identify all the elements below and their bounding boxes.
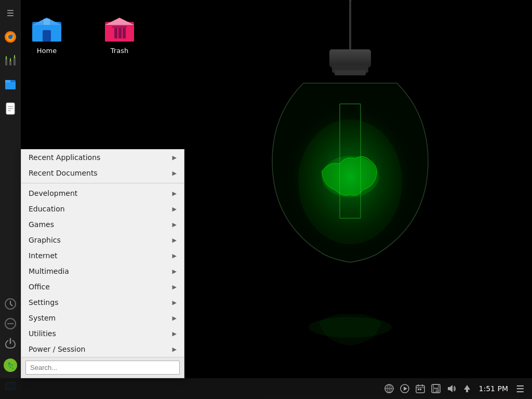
bottom-taskbar: 1:51 PM ☰ (0, 378, 532, 399)
menu-item-system[interactable]: System ▶ (21, 310, 184, 326)
updates-tray-icon[interactable] (461, 383, 473, 394)
firefox-taskbar-icon[interactable] (2, 28, 19, 46)
submenu-arrow: ▶ (172, 252, 177, 259)
mixer-taskbar-icon[interactable] (2, 52, 19, 70)
svg-rect-60 (433, 384, 438, 388)
menu-item-settings[interactable]: Settings ▶ (21, 295, 184, 310)
svg-rect-31 (14, 57, 16, 65)
svg-rect-65 (466, 390, 468, 392)
svg-rect-20 (114, 28, 117, 38)
menu-item-label: Recent Applications (29, 153, 100, 162)
submenu-arrow: ▶ (172, 221, 177, 228)
blocked-taskbar-icon[interactable] (2, 315, 19, 332)
svg-rect-21 (118, 28, 122, 38)
menu-item-label: Multimedia (29, 267, 69, 275)
svg-rect-27 (5, 58, 7, 65)
menu-item-label: Education (29, 205, 65, 213)
menu-item-label: System (29, 314, 56, 322)
calendar-tray-icon[interactable] (415, 383, 426, 394)
svg-rect-2 (329, 49, 371, 68)
left-taskbar: ☰ (0, 0, 21, 399)
menu-item-power-session[interactable]: Power / Session ▶ (21, 341, 184, 357)
svg-rect-17 (44, 19, 50, 25)
taskbar-menu-button[interactable]: ☰ (512, 378, 528, 399)
svg-rect-58 (420, 389, 421, 390)
svg-point-26 (8, 35, 12, 39)
menu-item-utilities[interactable]: Utilities ▶ (21, 326, 184, 341)
menu-item-education[interactable]: Education ▶ (21, 201, 184, 217)
submenu-arrow: ▶ (172, 346, 177, 353)
menu-item-games[interactable]: Games ▶ (21, 217, 184, 232)
svg-text:🦎: 🦎 (7, 362, 15, 369)
trash-folder-icon (103, 10, 136, 44)
svg-rect-16 (43, 30, 51, 42)
media-tray-icon[interactable] (399, 383, 410, 394)
svg-rect-35 (5, 80, 10, 83)
submenu-arrow: ▶ (172, 154, 177, 161)
wallpaper (168, 0, 532, 399)
submenu-arrow: ▶ (172, 284, 177, 290)
menu-item-label: Internet (29, 251, 58, 260)
taskbar-right: 1:51 PM ☰ (383, 378, 532, 399)
submenu-arrow: ▶ (172, 170, 177, 177)
svg-rect-34 (5, 82, 16, 89)
menu-item-development[interactable]: Development ▶ (21, 185, 184, 201)
menu-item-multimedia[interactable]: Multimedia ▶ (21, 263, 184, 279)
disk-tray-icon[interactable] (430, 383, 442, 394)
svg-rect-32 (14, 55, 15, 58)
svg-marker-64 (464, 385, 470, 390)
menu-item-recent-documents[interactable]: Recent Documents ▶ (21, 165, 184, 181)
menu-button[interactable]: ☰ (2, 4, 19, 22)
menu-item-office[interactable]: Office ▶ (21, 279, 184, 295)
document-taskbar-icon[interactable] (2, 100, 19, 117)
svg-rect-22 (123, 28, 126, 38)
svg-marker-63 (448, 385, 453, 392)
menu-item-internet[interactable]: Internet ▶ (21, 248, 184, 263)
desktop-icons: Home Trash (26, 10, 140, 55)
menu-item-label: Power / Session (29, 345, 85, 353)
home-icon-label: Home (37, 47, 57, 55)
files-taskbar-icon[interactable] (2, 76, 19, 94)
menu-item-label: Settings (29, 298, 58, 307)
network-tray-icon[interactable] (383, 383, 395, 394)
app-menu: Recent Applications ▶ Recent Documents ▶… (21, 149, 184, 378)
svg-rect-23 (112, 26, 127, 28)
home-folder-icon (30, 10, 63, 44)
search-container (21, 357, 184, 378)
desktop-icon-trash[interactable]: Trash (99, 10, 140, 55)
menu-item-label: Utilities (29, 329, 56, 338)
history-taskbar-icon[interactable] (2, 295, 19, 313)
menu-item-label: Graphics (29, 236, 61, 244)
menu-separator-1 (21, 183, 184, 183)
desktop-icon-home[interactable]: Home (26, 10, 68, 55)
submenu-arrow: ▶ (172, 315, 177, 322)
submenu-arrow: ▶ (172, 237, 177, 244)
submenu-arrow: ▶ (172, 299, 177, 306)
svg-rect-30 (10, 58, 11, 61)
trash-icon-label: Trash (111, 47, 128, 55)
submenu-arrow: ▶ (172, 206, 177, 212)
svg-point-62 (436, 390, 438, 392)
submenu-arrow: ▶ (172, 330, 177, 337)
svg-marker-52 (404, 387, 407, 391)
submenu-arrow: ▶ (172, 190, 177, 197)
menu-item-label: Development (29, 189, 77, 197)
opensuse-taskbar-icon[interactable]: 🦎 (2, 356, 19, 374)
svg-point-11 (283, 99, 418, 255)
clock[interactable]: 1:51 PM (479, 384, 508, 393)
menu-item-label: Office (29, 283, 50, 291)
power-taskbar-icon[interactable] (2, 335, 19, 352)
menu-item-graphics[interactable]: Graphics ▶ (21, 232, 184, 248)
menu-item-label: Recent Documents (29, 169, 98, 177)
svg-rect-57 (418, 389, 419, 390)
menu-item-recent-applications[interactable]: Recent Applications ▶ (21, 150, 184, 165)
svg-rect-4 (335, 70, 366, 75)
search-input[interactable] (25, 361, 180, 375)
volume-tray-icon[interactable] (446, 383, 457, 394)
svg-rect-28 (6, 56, 7, 59)
menu-item-label: Games (29, 220, 54, 229)
submenu-arrow: ▶ (172, 268, 177, 275)
